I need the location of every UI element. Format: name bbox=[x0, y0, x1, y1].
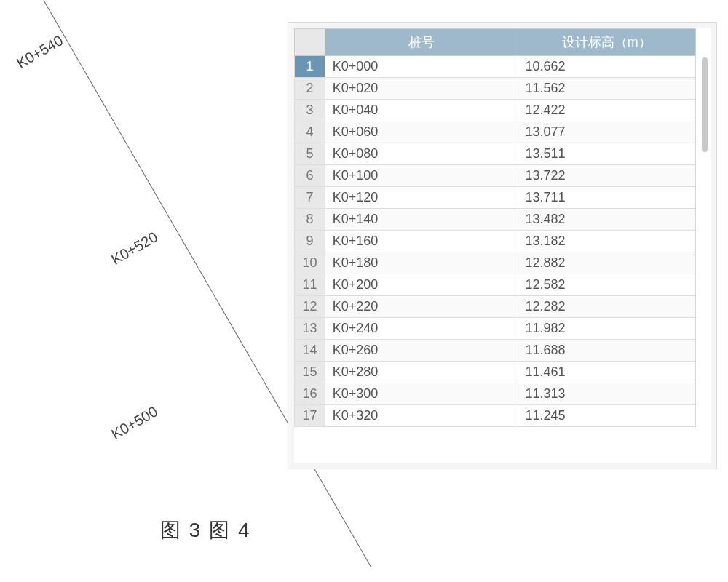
cell-station[interactable]: K0+080 bbox=[325, 143, 518, 165]
cell-station[interactable]: K0+220 bbox=[325, 296, 518, 318]
row-number[interactable]: 3 bbox=[295, 100, 325, 121]
row-number[interactable]: 17 bbox=[295, 405, 325, 427]
cell-station[interactable]: K0+140 bbox=[325, 209, 518, 231]
cell-elevation[interactable]: 12.282 bbox=[518, 296, 695, 318]
figure-caption: 图 3 图 4 bbox=[160, 517, 250, 544]
table-row[interactable]: 7K0+12013.711 bbox=[295, 187, 696, 209]
table-row[interactable]: 4K0+06013.077 bbox=[295, 121, 696, 143]
cell-station[interactable]: K0+060 bbox=[325, 121, 518, 143]
station-label: K0+500 bbox=[108, 403, 161, 443]
table-row[interactable]: 13K0+24011.982 bbox=[295, 318, 696, 340]
cell-station[interactable]: K0+000 bbox=[325, 56, 518, 78]
header-station[interactable]: 桩号 bbox=[325, 29, 518, 56]
row-number[interactable]: 1 bbox=[295, 56, 325, 78]
table-row[interactable]: 11K0+20012.582 bbox=[295, 274, 696, 296]
row-number[interactable]: 8 bbox=[295, 209, 325, 231]
cell-elevation[interactable]: 13.077 bbox=[518, 121, 695, 143]
table-row[interactable]: 15K0+28011.461 bbox=[295, 362, 696, 383]
cell-elevation[interactable]: 11.313 bbox=[518, 383, 695, 405]
row-number[interactable]: 12 bbox=[295, 296, 325, 318]
table-row[interactable]: 10K0+18012.882 bbox=[295, 252, 696, 274]
cell-station[interactable]: K0+160 bbox=[325, 231, 518, 252]
row-number[interactable]: 14 bbox=[295, 340, 325, 362]
station-label: K0+540 bbox=[14, 32, 66, 72]
row-number[interactable]: 11 bbox=[295, 274, 325, 296]
cell-station[interactable]: K0+300 bbox=[325, 383, 518, 405]
cell-elevation[interactable]: 13.722 bbox=[518, 165, 695, 187]
row-number[interactable]: 7 bbox=[295, 187, 325, 209]
alignment-diagram: K0+540K0+520K0+500 bbox=[0, 0, 291, 480]
row-number[interactable]: 2 bbox=[295, 78, 325, 100]
row-number[interactable]: 16 bbox=[295, 383, 325, 405]
row-number[interactable]: 6 bbox=[295, 165, 325, 187]
header-corner[interactable] bbox=[295, 29, 325, 56]
cell-station[interactable]: K0+320 bbox=[325, 405, 518, 427]
table-row[interactable]: 6K0+10013.722 bbox=[295, 165, 696, 187]
cell-station[interactable]: K0+100 bbox=[325, 165, 518, 187]
cell-elevation[interactable]: 10.662 bbox=[518, 56, 695, 78]
cell-elevation[interactable]: 12.582 bbox=[518, 274, 695, 296]
cell-station[interactable]: K0+180 bbox=[325, 252, 518, 274]
cell-station[interactable]: K0+240 bbox=[325, 318, 518, 340]
row-number[interactable]: 15 bbox=[295, 362, 325, 383]
cell-elevation[interactable]: 11.982 bbox=[518, 318, 695, 340]
elevation-table-panel: 桩号 设计标高（m） 1K0+00010.6622K0+02011.5623K0… bbox=[288, 22, 717, 469]
cell-elevation[interactable]: 13.711 bbox=[518, 187, 695, 209]
row-number[interactable]: 9 bbox=[295, 231, 325, 252]
table-row[interactable]: 12K0+22012.282 bbox=[295, 296, 696, 318]
row-number[interactable]: 10 bbox=[295, 252, 325, 274]
station-label: K0+520 bbox=[108, 228, 161, 268]
table-row[interactable]: 3K0+04012.422 bbox=[295, 100, 696, 121]
cell-elevation[interactable]: 12.882 bbox=[518, 252, 695, 274]
header-elevation[interactable]: 设计标高（m） bbox=[518, 29, 695, 56]
vertical-scrollbar[interactable] bbox=[702, 57, 708, 152]
cell-elevation[interactable]: 11.461 bbox=[518, 362, 695, 383]
cell-station[interactable]: K0+040 bbox=[325, 100, 518, 121]
cell-elevation[interactable]: 13.482 bbox=[518, 209, 695, 231]
table-row[interactable]: 16K0+30011.313 bbox=[295, 383, 696, 405]
cell-station[interactable]: K0+280 bbox=[325, 362, 518, 383]
cell-elevation[interactable]: 11.245 bbox=[518, 405, 695, 427]
cell-elevation[interactable]: 13.182 bbox=[518, 231, 695, 252]
row-number[interactable]: 13 bbox=[295, 318, 325, 340]
cell-elevation[interactable]: 11.688 bbox=[518, 340, 695, 362]
cell-station[interactable]: K0+200 bbox=[325, 274, 518, 296]
cell-station[interactable]: K0+120 bbox=[325, 187, 518, 209]
table-row[interactable]: 1K0+00010.662 bbox=[295, 56, 696, 78]
row-number[interactable]: 4 bbox=[295, 121, 325, 143]
cell-elevation[interactable]: 12.422 bbox=[518, 100, 695, 121]
cell-station[interactable]: K0+260 bbox=[325, 340, 518, 362]
table-row[interactable]: 5K0+08013.511 bbox=[295, 143, 696, 165]
table-row[interactable]: 9K0+16013.182 bbox=[295, 231, 696, 252]
cell-station[interactable]: K0+020 bbox=[325, 78, 518, 100]
table-row[interactable]: 2K0+02011.562 bbox=[295, 78, 696, 100]
table-row[interactable]: 14K0+26011.688 bbox=[295, 340, 696, 362]
cell-elevation[interactable]: 11.562 bbox=[518, 78, 695, 100]
table-row[interactable]: 8K0+14013.482 bbox=[295, 209, 696, 231]
cell-elevation[interactable]: 13.511 bbox=[518, 143, 695, 165]
row-number[interactable]: 5 bbox=[295, 143, 325, 165]
table-row[interactable]: 17K0+32011.245 bbox=[295, 405, 696, 427]
elevation-table[interactable]: 桩号 设计标高（m） 1K0+00010.6622K0+02011.5623K0… bbox=[294, 28, 696, 427]
